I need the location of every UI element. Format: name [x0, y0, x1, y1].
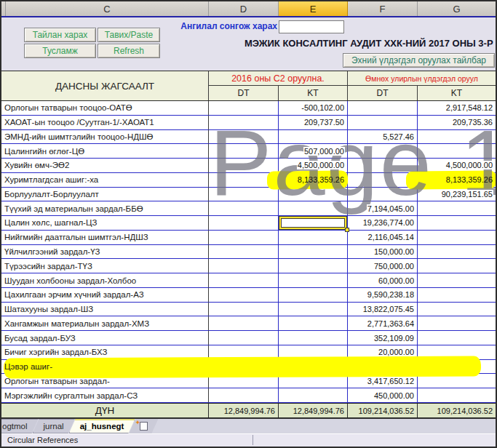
value-cell-f[interactable]: 352,109.09: [348, 331, 418, 345]
row-label-cell[interactable]: Борлуулалт-Борлуулалт: [1, 188, 209, 202]
value-cell-d[interactable]: [209, 101, 279, 116]
value-cell-d[interactable]: [209, 116, 279, 130]
value-cell-d[interactable]: [209, 201, 279, 216]
value-cell-f[interactable]: 7,194,045.00: [348, 201, 418, 216]
subheader-dt1[interactable]: DT: [209, 86, 279, 100]
total-value-f[interactable]: 109,214,036.52: [348, 404, 418, 417]
value-cell-d[interactable]: [209, 259, 279, 273]
column-header-e[interactable]: E: [279, 1, 348, 16]
row-label-cell[interactable]: ЭМНД-ийн шимтгэлийн тооцоо-НДШӨ: [1, 130, 209, 145]
value-cell-f[interactable]: 60,000.00: [348, 273, 418, 288]
value-cell-f[interactable]: 5,527.46: [348, 130, 418, 145]
value-cell-d[interactable]: [209, 331, 279, 345]
value-cell-e[interactable]: [279, 360, 348, 375]
opening-balance-button[interactable]: Эхний үлдэгдэл оруулах тайлбар: [343, 53, 495, 68]
fill-handle[interactable]: [345, 228, 349, 232]
value-cell-d[interactable]: [209, 188, 279, 202]
row-label-cell[interactable]: Бусад зардал-БУЗ: [1, 331, 209, 345]
value-cell-f[interactable]: 13,822,075.45: [348, 303, 418, 317]
value-cell-f[interactable]: 750,000.00: [348, 259, 418, 273]
value-cell-d[interactable]: [209, 231, 279, 245]
value-cell-d[interactable]: [209, 388, 279, 403]
value-cell-e[interactable]: 209,737.50: [279, 116, 348, 130]
value-cell-d[interactable]: [209, 360, 279, 375]
value-cell-e[interactable]: [279, 245, 348, 260]
column-header-c[interactable]: C: [6, 1, 209, 16]
value-cell-e[interactable]: [279, 188, 348, 202]
value-cell-e[interactable]: [279, 303, 348, 317]
value-cell-e[interactable]: [279, 231, 348, 245]
value-cell-e[interactable]: [279, 216, 348, 231]
group2-header-cell[interactable]: Өмнөх улирлын үлдэгдэл оруул: [348, 71, 496, 86]
value-cell-e[interactable]: 507,000.00: [279, 144, 348, 159]
value-cell-g[interactable]: 209,735.36: [418, 116, 496, 130]
value-cell-d[interactable]: [209, 216, 279, 231]
value-cell-f[interactable]: 19,236,774.00: [348, 216, 418, 231]
help-button[interactable]: Тусламж: [24, 44, 96, 58]
value-cell-f[interactable]: [348, 159, 418, 173]
value-cell-d[interactable]: [209, 303, 279, 317]
value-cell-f[interactable]: 2,116,045.14: [348, 231, 418, 245]
subheader-kt1[interactable]: KT: [279, 86, 348, 100]
value-cell-g[interactable]: 90,239,151.65: [418, 188, 496, 202]
row-label-cell[interactable]: Цэвэр ашиг-: [1, 360, 209, 375]
row-label-cell[interactable]: Үйлчилгээний зардал-ҮЗ: [1, 245, 209, 260]
value-cell-e[interactable]: [279, 316, 348, 331]
row-label-cell[interactable]: Түүхий эд материалын зардал-ББӨ: [1, 201, 209, 216]
row-label-cell[interactable]: Цалингийн өглөг-ЦӨ: [1, 144, 209, 159]
value-cell-g[interactable]: 8,133,359.26: [418, 173, 496, 188]
value-cell-f[interactable]: [348, 188, 418, 202]
value-cell-f[interactable]: 2,771,363.64: [348, 316, 418, 331]
value-cell-g[interactable]: [418, 259, 496, 273]
value-cell-e[interactable]: 8,133,359.26: [279, 173, 348, 188]
column-header-g[interactable]: G: [418, 1, 496, 16]
value-cell-f[interactable]: 450,000.00: [348, 388, 418, 403]
total-value-d[interactable]: 12,849,994.76: [209, 404, 279, 417]
value-cell-e[interactable]: -500,102.00: [279, 101, 348, 116]
value-cell-e[interactable]: [279, 273, 348, 288]
row-label-cell[interactable]: Мэргэжлийн сургалтын зардал-СЗ: [1, 388, 209, 403]
row-label-cell[interactable]: Шатахууны зардал-ШЗ: [1, 303, 209, 317]
accounts-header-cell[interactable]: ДАНСНЫ ЖАГСААЛТ: [1, 71, 209, 100]
value-cell-g[interactable]: [418, 201, 496, 216]
paste-button[interactable]: Тавих/Paste: [98, 28, 160, 42]
value-cell-f[interactable]: [348, 144, 418, 159]
category-select-cell[interactable]: [279, 20, 344, 33]
value-cell-e[interactable]: [279, 201, 348, 216]
value-cell-g[interactable]: [418, 144, 496, 159]
value-cell-g[interactable]: [418, 388, 496, 403]
value-cell-e[interactable]: [279, 331, 348, 345]
total-value-e[interactable]: 12,849,994.76: [279, 404, 348, 417]
value-cell-g[interactable]: [418, 360, 496, 375]
row-label-cell[interactable]: ХАОАТ-ын тооцоо /Суутган-1/-ХАОАТ1: [1, 116, 209, 130]
row-label-cell[interactable]: Цахилгаан эрчим хүчний зардал-АЗ: [1, 288, 209, 303]
value-cell-f[interactable]: [348, 101, 418, 116]
total-value-g[interactable]: 109,214,036.52: [418, 404, 496, 417]
value-cell-g[interactable]: [418, 331, 496, 345]
column-header-f[interactable]: F: [348, 1, 418, 16]
value-cell-g[interactable]: [418, 130, 496, 145]
value-cell-f[interactable]: [348, 360, 418, 375]
row-label-cell[interactable]: Цалин хөлс, шагнал-ЦЗ: [1, 216, 209, 231]
value-cell-f[interactable]: [348, 116, 418, 130]
row-label-cell[interactable]: Орлогын татварын тооцоо-ОАТӨ: [1, 101, 209, 116]
value-cell-g[interactable]: [418, 288, 496, 303]
value-cell-d[interactable]: [209, 245, 279, 260]
sheet-tab-aj_husnegt[interactable]: aj_husnegt: [69, 419, 135, 433]
value-cell-g[interactable]: 2,917,548.12: [418, 101, 496, 116]
value-cell-e[interactable]: [279, 388, 348, 403]
row-label-cell[interactable]: Шуудан холбооны зардал-Холбоо: [1, 273, 209, 288]
sheet-tab-jurnal[interactable]: jurnal: [33, 419, 75, 433]
total-label-cell[interactable]: ДҮН: [1, 404, 209, 417]
row-label-cell[interactable]: Хангамжын материалын зардал-ХМЗ: [1, 316, 209, 331]
sheet-tab-ogtmol[interactable]: ogtmol: [1, 419, 39, 433]
row-label-cell[interactable]: Түрээсийн зардал-ТҮЗ: [1, 259, 209, 273]
group1-header-cell[interactable]: 2016 оны С2 оруулна.: [209, 71, 348, 86]
value-cell-g[interactable]: [418, 245, 496, 260]
value-cell-e[interactable]: [279, 130, 348, 145]
value-cell-g[interactable]: [418, 273, 496, 288]
row-label-cell[interactable]: Хувийн өмч-ЭӨ2: [1, 159, 209, 173]
value-cell-g[interactable]: [418, 231, 496, 245]
value-cell-g[interactable]: [418, 216, 496, 231]
subheader-dt2[interactable]: DT: [348, 86, 418, 100]
